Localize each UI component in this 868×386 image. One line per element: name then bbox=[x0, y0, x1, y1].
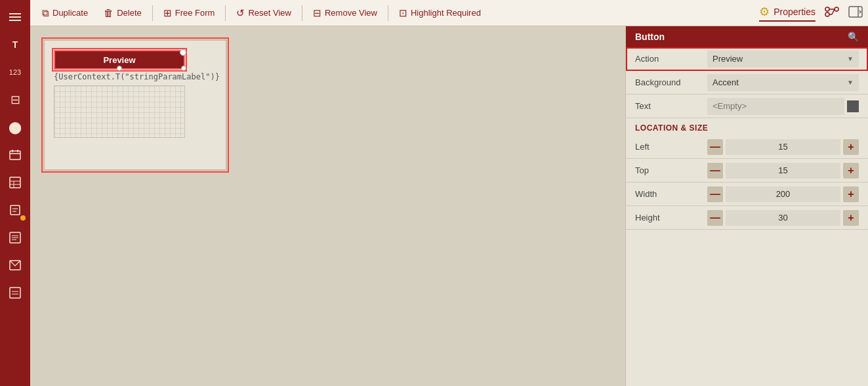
free-form-button[interactable]: ⊞ Free Form bbox=[157, 5, 222, 22]
background-selected: Accent bbox=[713, 77, 739, 87]
text-tool-icon[interactable]: T bbox=[3, 33, 27, 56]
task-badge-icon[interactable] bbox=[3, 198, 27, 222]
location-size-header: LOCATION & SIZE bbox=[626, 118, 868, 135]
top-controls: — 15 + bbox=[707, 163, 859, 179]
top-minus-button[interactable]: — bbox=[707, 163, 723, 179]
duplicate-button[interactable]: ⧉ Duplicate bbox=[35, 5, 94, 22]
prop-rows: Action Preview ▼ Background Accent ▼ bbox=[626, 47, 868, 386]
width-controls: — 200 + bbox=[707, 186, 859, 202]
hamburger-menu[interactable] bbox=[7, 11, 24, 24]
left-label: Left bbox=[635, 142, 707, 152]
table-tool-icon[interactable] bbox=[3, 171, 27, 194]
background-dropdown-arrow: ▼ bbox=[847, 79, 854, 86]
free-form-label: Free Form bbox=[175, 8, 215, 18]
background-value[interactable]: Accent ▼ bbox=[707, 74, 859, 91]
height-value: 30 bbox=[726, 210, 840, 226]
delete-icon: 🗑 bbox=[104, 7, 114, 18]
height-minus-button[interactable]: — bbox=[707, 210, 723, 226]
panel-collapse-icon[interactable] bbox=[848, 6, 863, 20]
canvas-button-wrapper: Preview {UserContext.T("stringParamLabel… bbox=[54, 50, 220, 138]
svg-line-24 bbox=[832, 9, 835, 14]
number-tool-icon[interactable]: 123 bbox=[3, 60, 27, 84]
action-row: Action Preview ▼ bbox=[626, 47, 868, 71]
resize-handle-br[interactable] bbox=[181, 66, 186, 71]
layout-tool-icon[interactable]: ⊟ bbox=[3, 88, 27, 112]
toolbar: ⧉ Duplicate 🗑 Delete ⊞ Free Form ↺ Reset… bbox=[30, 0, 868, 26]
svg-rect-16 bbox=[10, 288, 20, 298]
action-value[interactable]: Preview ▼ bbox=[707, 51, 859, 68]
remove-view-button[interactable]: ⊟ Remove View bbox=[306, 5, 384, 22]
content-area: Preview {UserContext.T("stringParamLabel… bbox=[30, 26, 868, 386]
svg-point-19 bbox=[825, 7, 829, 11]
divider-3 bbox=[302, 5, 302, 21]
left-controls: — 15 + bbox=[707, 139, 859, 155]
remove-view-label: Remove View bbox=[325, 8, 377, 18]
action-selected: Preview bbox=[713, 54, 743, 64]
canvas-button-label: Preview bbox=[103, 55, 135, 65]
left-row: Left — 15 + bbox=[626, 135, 868, 159]
top-plus-button[interactable]: + bbox=[843, 163, 859, 179]
canvas-button[interactable]: Preview bbox=[54, 50, 185, 70]
svg-point-21 bbox=[825, 12, 829, 16]
duplicate-label: Duplicate bbox=[52, 8, 88, 18]
delete-button[interactable]: 🗑 Delete bbox=[97, 5, 148, 21]
width-row: Width — 200 + bbox=[626, 182, 868, 206]
highlight-required-button[interactable]: ⊡ Highlight Required bbox=[392, 5, 487, 22]
list-tool-icon[interactable] bbox=[3, 226, 27, 249]
svg-point-20 bbox=[835, 7, 838, 11]
routes-icon[interactable] bbox=[825, 6, 839, 20]
text-color-swatch[interactable] bbox=[847, 100, 859, 112]
width-minus-button[interactable]: — bbox=[707, 186, 723, 202]
canvas-area[interactable]: Preview {UserContext.T("stringParamLabel… bbox=[30, 26, 625, 386]
reset-view-button[interactable]: ↺ Reset View bbox=[230, 5, 298, 22]
properties-label: Properties bbox=[774, 7, 816, 17]
toggle-tool-icon[interactable]: ⬤ bbox=[3, 116, 27, 139]
bottom-tool-icon[interactable] bbox=[3, 281, 27, 305]
calendar-tool-icon[interactable] bbox=[3, 143, 27, 167]
width-label: Width bbox=[635, 189, 707, 199]
highlight-required-icon: ⊡ bbox=[399, 7, 407, 19]
svg-rect-8 bbox=[10, 205, 20, 215]
properties-tab[interactable]: ⚙ Properties bbox=[759, 5, 816, 22]
divider-4 bbox=[388, 5, 388, 21]
divider-2 bbox=[225, 5, 226, 21]
left-value: 15 bbox=[726, 139, 840, 155]
free-form-icon: ⊞ bbox=[163, 7, 172, 19]
panel-title: Button bbox=[635, 32, 665, 42]
width-plus-button[interactable]: + bbox=[843, 186, 859, 202]
sidebar: T 123 ⊟ ⬤ bbox=[0, 0, 30, 386]
background-row: Background Accent ▼ bbox=[626, 71, 868, 95]
properties-panel: Button 🔍 Action Preview ▼ Background Acc bbox=[625, 26, 868, 386]
text-label: Text bbox=[635, 101, 707, 111]
top-value: 15 bbox=[726, 163, 840, 179]
top-row: Top — 15 + bbox=[626, 159, 868, 182]
panel-title-bar: Button 🔍 bbox=[626, 26, 868, 47]
menu-icon[interactable] bbox=[3, 5, 27, 29]
reset-view-icon: ↺ bbox=[236, 7, 245, 19]
height-plus-button[interactable]: + bbox=[843, 210, 859, 226]
width-value: 200 bbox=[726, 186, 840, 202]
canvas-grid bbox=[54, 85, 185, 138]
canvas-field-label: {UserContext.T("stringParamLabel")} bbox=[54, 72, 220, 81]
resize-handle-bl[interactable] bbox=[117, 66, 122, 71]
height-row: Height — 30 + bbox=[626, 206, 868, 230]
main-area: ⧉ Duplicate 🗑 Delete ⊞ Free Form ↺ Reset… bbox=[30, 0, 868, 386]
height-controls: — 30 + bbox=[707, 210, 859, 226]
panel-search-icon[interactable]: 🔍 bbox=[848, 32, 859, 42]
left-plus-button[interactable]: + bbox=[843, 139, 859, 155]
svg-rect-4 bbox=[10, 177, 20, 188]
mail-tool-icon[interactable] bbox=[3, 253, 27, 277]
background-label: Background bbox=[635, 77, 707, 87]
delete-label: Delete bbox=[117, 8, 142, 18]
top-label: Top bbox=[635, 165, 707, 175]
remove-view-icon: ⊟ bbox=[313, 7, 321, 19]
highlight-required-label: Highlight Required bbox=[411, 8, 481, 18]
duplicate-icon: ⧉ bbox=[42, 7, 49, 19]
text-input[interactable] bbox=[707, 98, 844, 115]
height-label: Height bbox=[635, 213, 707, 223]
form-canvas: Preview {UserContext.T("stringParamLabel… bbox=[43, 39, 227, 171]
text-row: Text bbox=[626, 95, 868, 118]
reset-view-label: Reset View bbox=[248, 8, 291, 18]
left-minus-button[interactable]: — bbox=[707, 139, 723, 155]
svg-rect-0 bbox=[10, 151, 20, 160]
